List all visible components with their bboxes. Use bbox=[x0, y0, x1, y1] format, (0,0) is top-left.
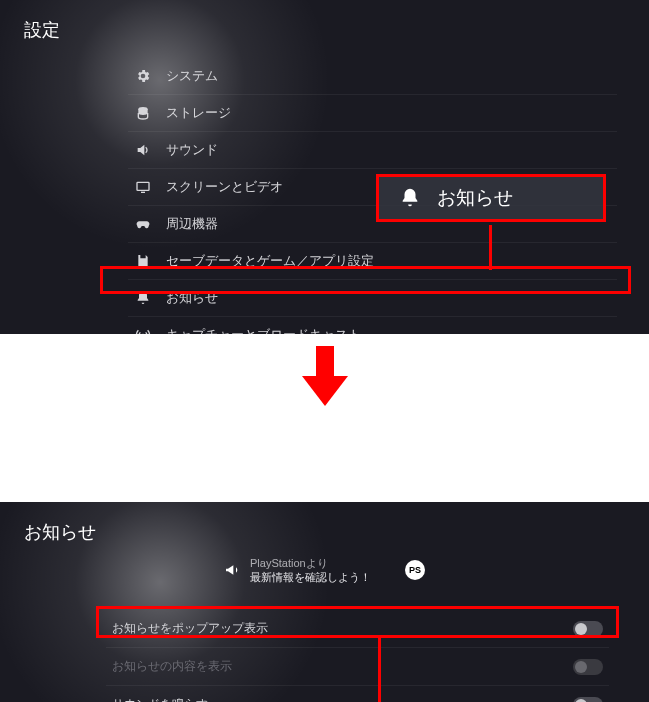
menu-item-label: ストレージ bbox=[166, 104, 231, 122]
sound-icon bbox=[134, 141, 152, 159]
screen-icon bbox=[134, 178, 152, 196]
menu-item-label: お知らせ bbox=[166, 289, 218, 307]
menu-item-sound[interactable]: サウンド bbox=[128, 132, 617, 169]
page-title: 設定 bbox=[24, 18, 60, 42]
controller-icon bbox=[134, 215, 152, 233]
option-popup-display[interactable]: お知らせをポップアップ表示 bbox=[106, 610, 609, 648]
save-icon bbox=[134, 252, 152, 270]
settings-menu: システム ストレージ サウンド スクリーンとビデオ 周辺機器 セーブデータとゲー… bbox=[128, 58, 617, 334]
menu-item-label: セーブデータとゲーム／アプリ設定 bbox=[166, 252, 374, 270]
settings-screen: 設定 システム ストレージ サウンド スクリーンとビデオ 周辺機器 bbox=[0, 0, 649, 334]
menu-item-capture[interactable]: キャプチャーとブロードキャスト bbox=[128, 317, 617, 334]
ps-logo-icon: PS bbox=[405, 560, 425, 580]
bell-icon bbox=[134, 289, 152, 307]
menu-item-screen[interactable]: スクリーンとビデオ bbox=[128, 169, 617, 206]
svg-rect-2 bbox=[141, 192, 145, 193]
menu-item-savedata[interactable]: セーブデータとゲーム／アプリ設定 bbox=[128, 243, 617, 280]
banner-line2: 最新情報を確認しよう！ bbox=[250, 570, 371, 584]
megaphone-icon bbox=[224, 562, 240, 578]
menu-item-label: 周辺機器 bbox=[166, 215, 218, 233]
banner-line1: PlayStationより bbox=[250, 556, 371, 570]
menu-item-notifications[interactable]: お知らせ bbox=[128, 280, 617, 317]
svg-rect-1 bbox=[137, 182, 149, 190]
option-label: サウンドを鳴らす bbox=[112, 696, 208, 702]
option-label: お知らせをポップアップ表示 bbox=[112, 620, 268, 637]
page-title: お知らせ bbox=[24, 520, 96, 544]
toggle-switch[interactable] bbox=[573, 697, 603, 703]
notification-options: お知らせをポップアップ表示 お知らせの内容を表示 サウンドを鳴らす ハプティック… bbox=[106, 610, 609, 702]
broadcast-icon bbox=[134, 326, 152, 334]
menu-item-label: サウンド bbox=[166, 141, 218, 159]
menu-item-storage[interactable]: ストレージ bbox=[128, 95, 617, 132]
toggle-switch[interactable] bbox=[573, 621, 603, 637]
menu-item-label: システム bbox=[166, 67, 218, 85]
promo-banner: PlayStationより 最新情報を確認しよう！ PS bbox=[0, 556, 649, 585]
menu-item-label: スクリーンとビデオ bbox=[166, 178, 283, 196]
option-label: お知らせの内容を表示 bbox=[112, 658, 232, 675]
toggle-switch[interactable] bbox=[573, 659, 603, 675]
notifications-screen: お知らせ PlayStationより 最新情報を確認しよう！ PS お知らせをポ… bbox=[0, 502, 649, 702]
menu-item-system[interactable]: システム bbox=[128, 58, 617, 95]
flow-arrow bbox=[0, 334, 649, 418]
menu-item-label: キャプチャーとブロードキャスト bbox=[166, 326, 361, 334]
menu-item-peripherals[interactable]: 周辺機器 bbox=[128, 206, 617, 243]
option-play-sound[interactable]: サウンドを鳴らす bbox=[106, 686, 609, 702]
gear-icon bbox=[134, 67, 152, 85]
option-show-content[interactable]: お知らせの内容を表示 bbox=[106, 648, 609, 686]
storage-icon bbox=[134, 104, 152, 122]
